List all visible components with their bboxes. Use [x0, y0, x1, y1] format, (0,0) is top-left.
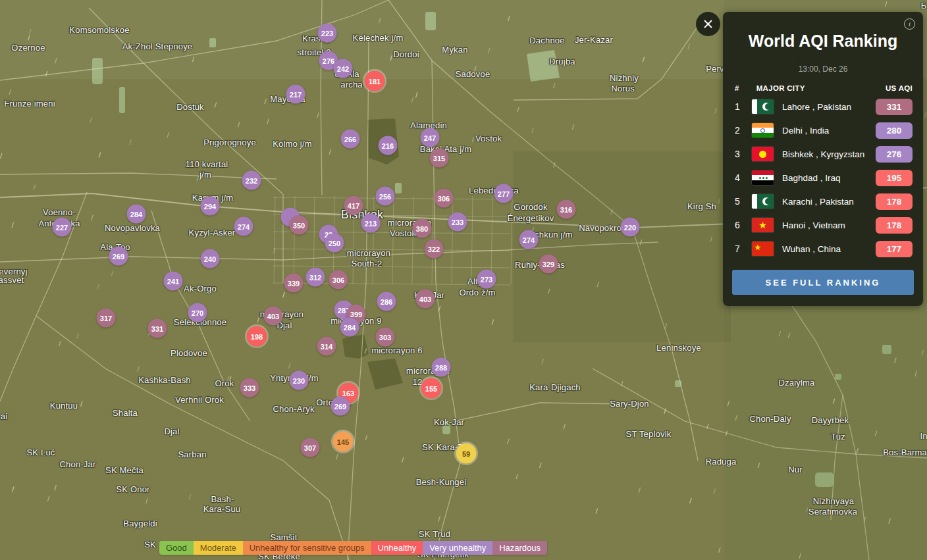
info-icon[interactable]: i — [904, 18, 915, 30]
city-name: Wuhan , China — [782, 244, 876, 254]
aqi-marker[interactable]: 403 — [264, 307, 283, 326]
aqi-marker[interactable]: 288 — [432, 358, 451, 377]
aqi-marker[interactable]: 155 — [421, 378, 442, 399]
aqi-marker[interactable]: 317 — [97, 309, 116, 328]
map-label: SK Trud — [419, 529, 450, 539]
aqi-marker[interactable]: 306 — [435, 189, 454, 208]
map-label: Sary-Djon — [610, 399, 649, 409]
map-label: Novopavlovka — [105, 223, 160, 233]
map-label: Dostuk — [176, 102, 204, 112]
aqi-marker[interactable]: 266 — [341, 130, 360, 149]
aqi-marker[interactable]: 284 — [127, 205, 146, 224]
map-label: Shalta — [113, 408, 138, 418]
flag-vietnam-icon: ★ — [752, 218, 774, 232]
aqi-marker[interactable]: 247 — [421, 128, 440, 147]
aqi-marker[interactable]: 350 — [290, 216, 309, 235]
aqi-marker[interactable]: 59 — [456, 444, 477, 464]
map-label: Dordoi — [393, 49, 419, 59]
aqi-marker[interactable]: 241 — [164, 272, 183, 291]
ranking-row-4[interactable]: 4Baghdad , Iraq195 — [735, 166, 913, 190]
map-label: microrayon 6 — [371, 345, 423, 355]
aqi-marker[interactable]: 380 — [413, 219, 432, 238]
ranking-row-7[interactable]: 7★★★Wuhan , China177 — [735, 237, 913, 261]
aqi-marker[interactable]: 314 — [317, 337, 336, 356]
city-name: Delhi , India — [782, 126, 876, 136]
aqi-marker[interactable]: 273 — [477, 270, 496, 289]
see-full-ranking-button[interactable]: SEE FULL RANKING — [732, 270, 914, 295]
map-label: Baygeldi — [123, 519, 157, 528]
aqi-badge: 276 — [876, 146, 913, 163]
map-label: Chon-Jar — [59, 459, 95, 469]
aqi-marker[interactable]: 223 — [318, 24, 337, 43]
close-panel-button[interactable] — [696, 12, 720, 36]
aqi-marker[interactable]: 417 — [344, 196, 363, 215]
map-label: Tuz — [831, 432, 845, 442]
aqi-marker[interactable]: 145 — [333, 432, 354, 452]
aqi-marker[interactable]: 232 — [242, 171, 261, 190]
map-label: Norus — [611, 84, 635, 93]
aqi-marker[interactable]: 230 — [290, 371, 309, 390]
aqi-marker[interactable]: 403 — [416, 290, 435, 309]
aqi-marker[interactable]: 217 — [286, 85, 305, 104]
aqi-marker[interactable]: 233 — [448, 213, 467, 232]
aqi-marker[interactable]: 269 — [331, 397, 350, 416]
legend-item-good: Good — [159, 541, 194, 555]
aqi-marker[interactable]: 256 — [376, 187, 395, 206]
map-label: SK Onor — [116, 484, 149, 494]
aqi-marker[interactable]: 216 — [379, 136, 398, 155]
aqi-marker[interactable]: 274 — [519, 230, 539, 249]
aqi-marker[interactable]: 339 — [284, 274, 304, 293]
ranking-row-2[interactable]: 2Delhi , India280 — [735, 118, 913, 142]
aqi-marker[interactable]: 181 — [365, 71, 385, 91]
ranking-row-5[interactable]: 5Karachi , Pakistan178 — [735, 190, 913, 213]
aqi-marker[interactable]: 240 — [201, 249, 220, 268]
aqi-marker[interactable]: 277 — [494, 184, 514, 203]
aqi-marker[interactable]: 198 — [247, 326, 267, 347]
map-label: Plodovoe — [171, 348, 207, 358]
ranking-row-6[interactable]: 6★Hanoi , Vietnam178 — [735, 213, 913, 237]
aqi-marker[interactable]: 286 — [377, 292, 396, 311]
map-label: Prigorognoye — [203, 138, 256, 147]
map-label: Vostok — [475, 134, 502, 143]
map-label: Voenno- — [43, 207, 76, 217]
aqi-marker[interactable]: 333 — [240, 378, 259, 397]
aqi-marker[interactable]: 331 — [148, 319, 167, 338]
map-label: Nizhnyaya — [813, 496, 855, 506]
map-label: Jer-Kazar — [575, 35, 613, 45]
map-label: Kara-Suu — [203, 504, 241, 514]
rank-number: 5 — [735, 196, 752, 207]
city-name: Baghdad , Iraq — [782, 173, 876, 183]
aqi-marker[interactable]: 315 — [430, 149, 449, 168]
aqi-marker[interactable]: 294 — [201, 197, 220, 216]
ranking-row-3[interactable]: 3Bishkek , Kyrgyzstan276 — [735, 142, 913, 166]
map-label: SK Luč — [26, 447, 55, 457]
ranking-row-1[interactable]: 1Lahore , Pakistan331 — [735, 95, 913, 118]
aqi-marker[interactable]: 307 — [301, 438, 320, 457]
aqi-marker[interactable]: 270 — [188, 303, 207, 322]
map-label: Dachnoe — [529, 36, 564, 45]
aqi-marker[interactable]: 250 — [325, 234, 344, 253]
aqi-marker[interactable]: 269 — [109, 247, 128, 266]
map-label: j/m — [199, 170, 211, 180]
legend-item-usg: Unhealthy for sensitive groups — [243, 541, 371, 555]
aqi-marker[interactable]: 322 — [425, 240, 444, 259]
aqi-marker[interactable]: 220 — [621, 218, 640, 237]
aqi-marker[interactable]: 312 — [306, 268, 325, 287]
map-label: Chon-Daly — [749, 414, 791, 424]
map-label: archa — [340, 80, 363, 89]
aqi-marker[interactable]: 213 — [361, 214, 381, 233]
aqi-marker[interactable]: 306 — [329, 270, 348, 290]
legend-item-very_unhealthy: Very unhealthy — [423, 541, 492, 555]
aqi-marker[interactable]: 274 — [234, 217, 253, 236]
aqi-marker[interactable]: 242 — [334, 59, 353, 78]
map-label: In — [920, 431, 927, 441]
map-label: SK Mečta — [105, 465, 144, 475]
aqi-marker[interactable]: 329 — [539, 255, 558, 274]
aqi-marker[interactable]: 303 — [376, 328, 395, 347]
map-label: Leninskoye — [656, 343, 701, 353]
map-label: Kashka-Bash — [138, 375, 191, 385]
aqi-marker[interactable]: 284 — [340, 318, 359, 337]
aqi-marker[interactable]: 316 — [557, 200, 576, 219]
map-label: Sarban — [178, 449, 206, 459]
aqi-marker[interactable]: 227 — [53, 218, 72, 237]
